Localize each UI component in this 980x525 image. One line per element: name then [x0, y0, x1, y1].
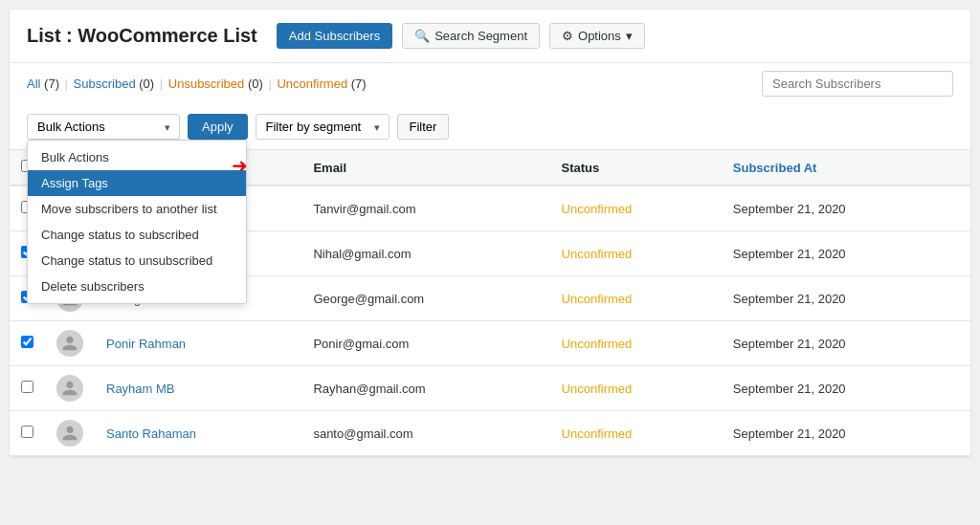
- search-right: [762, 71, 953, 97]
- subscriber-name[interactable]: Rayham MB: [106, 382, 175, 396]
- chevron-down-icon: ▾: [626, 29, 633, 43]
- tab-subscribed[interactable]: Subscribed (0): [74, 77, 158, 91]
- apply-button[interactable]: Apply: [188, 114, 248, 140]
- subscribed-at-value: September 21, 2020: [733, 382, 846, 396]
- subscribed-at-value: September 21, 2020: [733, 337, 846, 351]
- row-subscribed-at-cell: September 21, 2020: [722, 276, 970, 321]
- row-checkbox-cell: [10, 321, 45, 366]
- status-badge: Unconfirmed: [562, 247, 633, 261]
- row-email-cell: Rayhan@gmail.com: [301, 366, 549, 411]
- subscribed-at-value: September 21, 2020: [733, 247, 846, 261]
- subscribed-at-value: September 21, 2020: [733, 427, 846, 441]
- tab-all[interactable]: All (7): [27, 77, 63, 91]
- filter-button[interactable]: Filter: [397, 114, 450, 140]
- filter-segment-select[interactable]: Filter by segment: [256, 114, 390, 140]
- row-avatar-cell: [45, 411, 95, 456]
- subscriber-name[interactable]: Santo Rahaman: [106, 427, 196, 441]
- table-row: Ponir Rahman Ponir@gmai.com Unconfirmed …: [10, 321, 970, 366]
- avatar: [56, 330, 83, 357]
- person-icon: [61, 380, 78, 397]
- row-subscribed-at-cell: September 21, 2020: [722, 411, 970, 456]
- bulk-actions-dropdown: Bulk Actions Assign Tags Move subscriber…: [27, 140, 247, 304]
- th-subscribed-at[interactable]: Subscribed At: [722, 150, 970, 186]
- tab-unsubscribed[interactable]: Unsubscribed (0): [168, 77, 267, 91]
- status-badge: Unconfirmed: [562, 202, 633, 216]
- tab-all-area: All (7) | Subscribed (0) | Unsubscribed …: [27, 77, 367, 91]
- row-subscribed-at-cell: September 21, 2020: [722, 321, 970, 366]
- dropdown-item-assign-tags[interactable]: Assign Tags: [28, 170, 246, 196]
- row-checkbox[interactable]: [21, 336, 33, 348]
- bulk-actions-select-wrapper: Bulk Actions ▾ Bulk Actions Assign Tags …: [27, 114, 180, 140]
- row-subscribed-at-cell: September 21, 2020: [722, 366, 970, 411]
- subscriber-email: George@gmail.com: [313, 292, 424, 306]
- status-badge: Unconfirmed: [562, 427, 633, 441]
- dropdown-item-delete-subscribers[interactable]: Delete subscribers: [28, 273, 246, 299]
- search-segment-button[interactable]: 🔍 Search Segment: [402, 23, 540, 49]
- tab-row: All (7) | Subscribed (0) | Unsubscribed …: [10, 63, 970, 104]
- subscriber-email: Ponir@gmai.com: [313, 337, 409, 351]
- row-avatar-cell: [45, 321, 95, 366]
- tab-unconfirmed[interactable]: Unconfirmed (7): [277, 77, 366, 91]
- row-status-cell: Unconfirmed: [550, 321, 722, 366]
- row-status-cell: Unconfirmed: [550, 411, 722, 456]
- row-email-cell: Ponir@gmai.com: [301, 321, 549, 366]
- status-badge: Unconfirmed: [562, 292, 633, 306]
- person-icon: [61, 425, 78, 442]
- dropdown-item-bulk-actions[interactable]: Bulk Actions: [28, 144, 246, 170]
- row-status-cell: Unconfirmed: [550, 276, 722, 321]
- subscriber-email: santo@gmail.com: [313, 427, 412, 441]
- row-email-cell: Nihal@gmail.com: [301, 231, 549, 276]
- table-row: Rayham MB Rayhan@gmail.com Unconfirmed S…: [10, 366, 970, 411]
- gear-icon: ⚙: [562, 29, 573, 43]
- dropdown-item-move-subscribers[interactable]: Move subscribers to another list: [28, 196, 246, 222]
- row-status-cell: Unconfirmed: [550, 186, 722, 231]
- row-name-cell: Ponir Rahman: [95, 321, 301, 366]
- subscriber-name[interactable]: Ponir Rahman: [106, 337, 186, 351]
- page-header: List : WooCommerce List Add Subscribers …: [10, 10, 970, 63]
- avatar: [56, 420, 83, 447]
- options-button[interactable]: ⚙ Options ▾: [549, 23, 645, 49]
- subscribed-at-value: September 21, 2020: [733, 202, 846, 216]
- status-badge: Unconfirmed: [562, 337, 633, 351]
- dropdown-item-change-unsubscribed[interactable]: Change status to unsubscribed: [28, 248, 246, 273]
- subscriber-email: Rayhan@gmail.com: [313, 382, 425, 396]
- row-checkbox[interactable]: [21, 426, 33, 438]
- th-status: Status: [550, 150, 722, 186]
- red-arrow-indicator: ➜: [232, 154, 248, 177]
- th-email: Email: [301, 150, 549, 186]
- row-name-cell: Santo Rahaman: [95, 411, 301, 456]
- page-title: List : WooCommerce List: [27, 25, 257, 47]
- dropdown-item-change-subscribed[interactable]: Change status to subscribed: [28, 222, 246, 248]
- row-status-cell: Unconfirmed: [550, 366, 722, 411]
- page-wrapper: List : WooCommerce List Add Subscribers …: [10, 10, 970, 456]
- subscribed-at-value: September 21, 2020: [733, 292, 846, 306]
- subscriber-email: Nihal@gmail.com: [313, 247, 411, 261]
- row-status-cell: Unconfirmed: [550, 231, 722, 276]
- row-avatar-cell: [45, 366, 95, 411]
- person-icon: [61, 335, 78, 352]
- row-email-cell: santo@gmail.com: [301, 411, 549, 456]
- row-subscribed-at-cell: September 21, 2020: [722, 186, 970, 231]
- subscriber-email: Tanvir@gmail.com: [313, 202, 415, 216]
- search-icon: 🔍: [414, 29, 430, 43]
- row-email-cell: George@gmail.com: [301, 276, 549, 321]
- row-checkbox-cell: [10, 366, 45, 411]
- table-row: Santo Rahaman santo@gmail.com Unconfirme…: [10, 411, 970, 456]
- row-checkbox-cell: [10, 411, 45, 456]
- status-badge: Unconfirmed: [562, 382, 633, 396]
- row-subscribed-at-cell: September 21, 2020: [722, 231, 970, 276]
- row-name-cell: Rayham MB: [95, 366, 301, 411]
- add-subscribers-button[interactable]: Add Subscribers: [277, 23, 392, 49]
- filter-segment-wrapper: Filter by segment ▾: [256, 114, 390, 140]
- row-email-cell: Tanvir@gmail.com: [301, 186, 549, 231]
- search-subscribers-input[interactable]: [762, 71, 953, 97]
- avatar: [56, 375, 83, 402]
- bulk-actions-select[interactable]: Bulk Actions: [27, 114, 180, 140]
- row-checkbox[interactable]: [21, 381, 33, 393]
- toolbar: Bulk Actions ▾ Bulk Actions Assign Tags …: [10, 104, 970, 150]
